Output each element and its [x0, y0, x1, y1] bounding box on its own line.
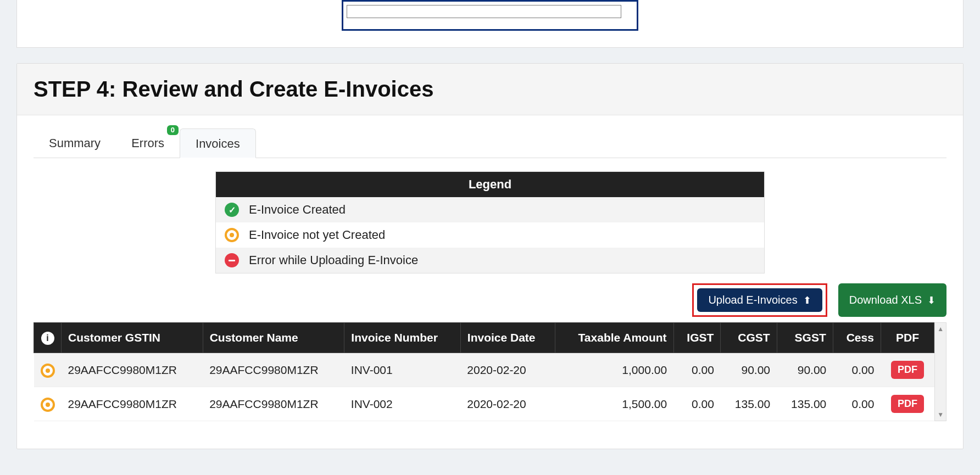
scroll-down-icon: ▼ [937, 411, 944, 418]
cell-sgst: 90.00 [777, 353, 833, 387]
errors-badge: 0 [167, 125, 179, 135]
legend-row-created: E-Invoice Created [216, 197, 764, 222]
pending-icon [41, 364, 55, 378]
cell-gstin: 29AAFCC9980M1ZR [62, 353, 203, 387]
legend-error-label: Error while Uploading E-Invoice [249, 253, 418, 267]
upload-highlight-box: Upload E-Invoices ⬆ [692, 283, 827, 317]
cell-invno: INV-001 [344, 353, 460, 387]
tab-invoices-label: Invoices [196, 137, 240, 150]
legend-created-label: E-Invoice Created [249, 203, 346, 217]
tab-invoices[interactable]: Invoices [180, 128, 256, 158]
th-taxable: Taxable Amount [555, 323, 674, 353]
cell-name: 29AAFCC9980M1ZR [203, 353, 344, 387]
th-gstin: Customer GSTIN [62, 323, 203, 353]
tab-summary-label: Summary [49, 136, 101, 150]
upload-einvoices-button[interactable]: Upload E-Invoices ⬆ [697, 288, 822, 312]
table-scrollbar[interactable]: ▲ ▼ [934, 322, 946, 421]
download-button-label: Download XLS [849, 294, 922, 306]
table-row: 29AAFCC9980M1ZR29AAFCC9980M1ZRINV-002202… [34, 387, 934, 421]
pdf-button[interactable]: PDF [891, 395, 924, 413]
th-date: Invoice Date [460, 323, 555, 353]
input-frame [342, 0, 638, 31]
legend-box: Legend E-Invoice Created E-Invoice not y… [215, 171, 765, 273]
cell-invno: INV-002 [344, 387, 460, 421]
download-xls-button[interactable]: Download XLS ⬇ [838, 283, 946, 317]
tabs: Summary Errors 0 Invoices [34, 128, 946, 158]
th-cess: Cess [833, 323, 881, 353]
th-cgst: CGST [721, 323, 777, 353]
legend-pending-label: E-Invoice not yet Created [249, 228, 385, 242]
legend-row-error: Error while Uploading E-Invoice [216, 248, 764, 273]
cell-igst: 0.00 [673, 387, 721, 421]
download-arrow-icon: ⬇ [927, 294, 936, 306]
cell-date: 2020-02-20 [460, 353, 555, 387]
cell-cess: 0.00 [833, 353, 881, 387]
th-pdf: PDF [881, 323, 934, 353]
cell-cess: 0.00 [833, 387, 881, 421]
cell-pdf: PDF [881, 353, 934, 387]
top-text-input[interactable] [347, 5, 621, 18]
check-icon [225, 203, 239, 217]
legend-row-pending: E-Invoice not yet Created [216, 222, 764, 248]
pdf-button[interactable]: PDF [891, 361, 924, 379]
th-info: i [34, 323, 62, 353]
upload-arrow-icon: ⬆ [803, 294, 811, 306]
row-status-cell [34, 387, 62, 421]
cell-taxable: 1,000.00 [555, 353, 674, 387]
step4-title: STEP 4: Review and Create E-Invoices [34, 77, 946, 102]
cell-igst: 0.00 [673, 353, 721, 387]
upload-button-label: Upload E-Invoices [708, 294, 797, 306]
error-icon [225, 253, 239, 267]
scroll-up-icon: ▲ [937, 325, 944, 333]
cell-date: 2020-02-20 [460, 387, 555, 421]
invoice-table: i Customer GSTIN Customer Name Invoice N… [34, 322, 934, 421]
invoice-table-wrap: i Customer GSTIN Customer Name Invoice N… [34, 322, 946, 421]
tab-summary[interactable]: Summary [34, 128, 116, 158]
legend-header: Legend [216, 172, 764, 197]
th-invno: Invoice Number [344, 323, 460, 353]
cell-name: 29AAFCC9980M1ZR [203, 387, 344, 421]
cell-cgst: 135.00 [721, 387, 777, 421]
cell-pdf: PDF [881, 387, 934, 421]
cell-cgst: 90.00 [721, 353, 777, 387]
upper-panel [16, 0, 964, 48]
cell-gstin: 29AAFCC9980M1ZR [62, 387, 203, 421]
th-sgst: SGST [777, 323, 833, 353]
th-igst: IGST [673, 323, 721, 353]
row-status-cell [34, 353, 62, 387]
step4-panel: STEP 4: Review and Create E-Invoices Sum… [16, 63, 964, 449]
cell-taxable: 1,500.00 [555, 387, 674, 421]
pending-icon [225, 228, 239, 242]
info-icon: i [41, 332, 54, 345]
tab-errors[interactable]: Errors 0 [116, 128, 180, 158]
pending-icon [41, 398, 55, 412]
actions-row: Upload E-Invoices ⬆ Download XLS ⬇ [34, 283, 946, 317]
step4-header: STEP 4: Review and Create E-Invoices [17, 64, 963, 115]
table-row: 29AAFCC9980M1ZR29AAFCC9980M1ZRINV-001202… [34, 353, 934, 387]
th-name: Customer Name [203, 323, 344, 353]
tab-errors-label: Errors [131, 136, 164, 150]
cell-sgst: 135.00 [777, 387, 833, 421]
